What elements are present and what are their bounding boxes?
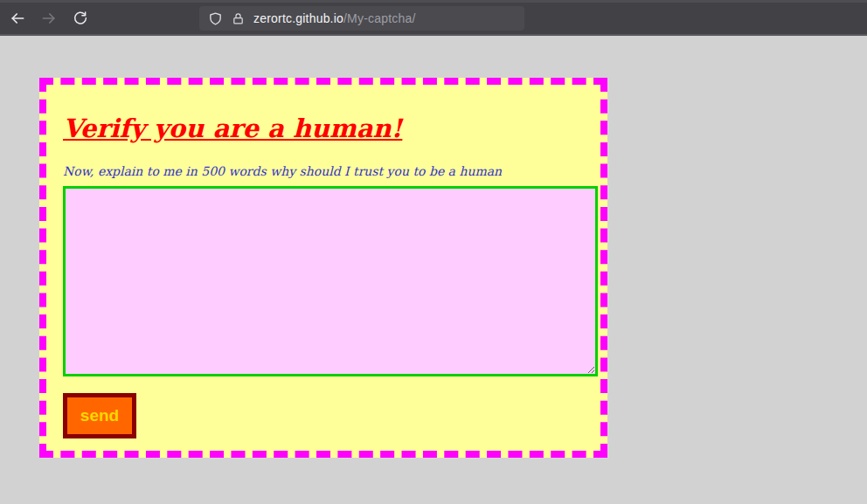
reload-button[interactable] bbox=[67, 5, 94, 31]
back-arrow-icon bbox=[9, 10, 26, 27]
browser-toolbar: zerortc.github.io/My-captcha/ bbox=[0, 0, 867, 36]
forward-button[interactable] bbox=[36, 5, 62, 31]
send-button[interactable]: send bbox=[63, 393, 136, 438]
page-content: Verify you are a human! Now, explain to … bbox=[0, 36, 867, 500]
url-host: zerortc.github.io bbox=[253, 11, 343, 25]
explanation-textarea[interactable] bbox=[63, 186, 598, 376]
page-title: Verify you are a human! bbox=[63, 114, 584, 143]
url-path: /My-captcha/ bbox=[343, 11, 416, 25]
reload-icon bbox=[73, 10, 88, 26]
back-button[interactable] bbox=[4, 5, 31, 31]
forward-arrow-icon bbox=[40, 10, 58, 27]
instruction-text: Now, explain to me in 500 words why shou… bbox=[63, 164, 584, 178]
tracking-protection-shield-icon[interactable] bbox=[208, 11, 223, 26]
url-text[interactable]: zerortc.github.io/My-captcha/ bbox=[253, 11, 416, 25]
https-lock-icon[interactable] bbox=[232, 12, 245, 25]
url-bar[interactable]: zerortc.github.io/My-captcha/ bbox=[199, 6, 524, 31]
captcha-container: Verify you are a human! Now, explain to … bbox=[39, 78, 607, 458]
